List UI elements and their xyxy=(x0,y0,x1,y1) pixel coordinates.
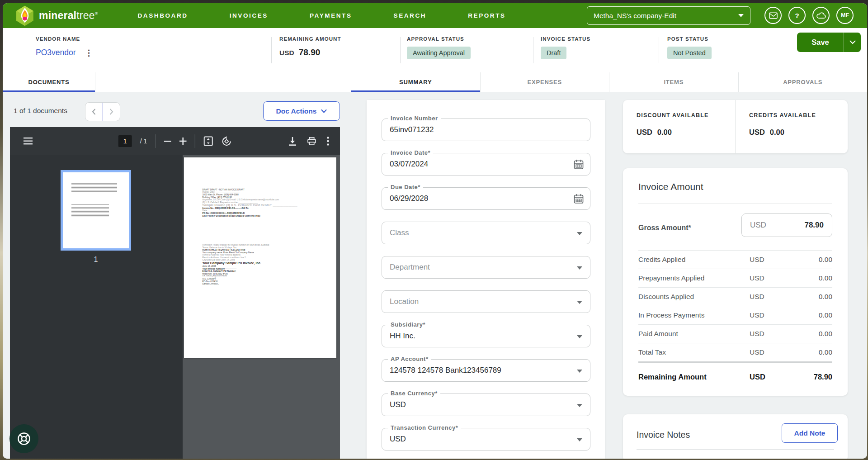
zoom-out-button[interactable] xyxy=(164,141,171,142)
invoice-date-field[interactable]: Invoice Date* 03/07/2024 xyxy=(382,153,590,175)
document-pager xyxy=(85,102,120,121)
question-icon: ? xyxy=(795,12,799,19)
mineraltree-hex-icon xyxy=(15,5,34,26)
nav-invoices[interactable]: INVOICES xyxy=(230,12,268,19)
detail-tabs: SUMMARY EXPENSES ITEMS APPROVALS xyxy=(351,72,867,92)
approval-status-block: APPROVAL STATUS Awaiting Approval xyxy=(407,36,471,59)
amount-row-credits-applied: Credits Applied USD 0.00 xyxy=(638,250,832,269)
support-widget-button[interactable] xyxy=(9,424,38,453)
printer-icon xyxy=(307,137,316,145)
chevron-down-icon xyxy=(321,109,327,113)
prev-document-button[interactable] xyxy=(85,103,103,121)
dropdown-caret-icon xyxy=(577,232,582,235)
save-button[interactable]: Save xyxy=(797,33,844,52)
tab-approvals[interactable]: APPROVALS xyxy=(738,72,868,92)
remaining-currency: USD xyxy=(279,49,294,57)
remaining-amount-currency: USD xyxy=(750,373,765,381)
nav-search[interactable]: SEARCH xyxy=(394,12,427,19)
amount-row-total-tax: Total Tax USD 0.00 xyxy=(638,343,832,361)
kebab-icon xyxy=(327,137,329,146)
nav-payments[interactable]: PAYMENTS xyxy=(310,12,352,19)
nav-icon-group: ? MF xyxy=(764,7,854,24)
tab-items[interactable]: ITEMS xyxy=(609,72,738,92)
dropdown-caret-icon xyxy=(577,404,582,407)
rotate-button[interactable] xyxy=(221,136,231,147)
field-label: Base Currency* xyxy=(388,390,440,397)
add-note-button[interactable]: Add Note xyxy=(782,423,838,443)
field-value: 06/29/2028 xyxy=(390,194,428,203)
invoice-header: VENDOR NAME PO3vendor ⋮ REMAINING AMOUNT… xyxy=(3,28,867,72)
location-select[interactable]: Location xyxy=(382,290,590,313)
due-date-field[interactable]: Due Date* 06/29/2028 xyxy=(382,187,590,210)
department-select[interactable]: Department xyxy=(382,256,590,279)
pdf-toolbar: 1 / 1 xyxy=(10,127,340,155)
field-value: HH Inc. xyxy=(390,332,415,341)
invoice-status-label: INVOICE STATUS xyxy=(541,36,590,42)
avatar-initials: MF xyxy=(841,12,849,19)
chevron-down-icon xyxy=(849,40,856,44)
next-document-button[interactable] xyxy=(103,103,120,121)
brand-wordmark: mineraltree® xyxy=(39,9,98,22)
summary-form-card: Invoice Number 65inv071232 Invoice Date*… xyxy=(367,100,605,459)
save-options-button[interactable] xyxy=(844,33,861,52)
messages-button[interactable] xyxy=(764,7,782,24)
doc-actions-button[interactable]: Doc Actions xyxy=(263,101,340,121)
amount-row-paid-amount: Paid Amount USD 0.00 xyxy=(638,324,832,343)
pdf-more-button[interactable] xyxy=(327,137,329,146)
fit-page-button[interactable] xyxy=(203,136,213,146)
invoice-notes-title: Invoice Notes xyxy=(637,430,690,440)
tab-bar: DOCUMENTS SUMMARY EXPENSES ITEMS APPROVA… xyxy=(3,72,867,92)
company-selector[interactable]: Metha_NS's company-Edit xyxy=(587,6,750,25)
transaction-currency-select[interactable]: Transaction Currency* USD xyxy=(382,428,590,451)
credits-currency: USD xyxy=(749,128,765,137)
calendar-icon[interactable] xyxy=(574,159,584,171)
approval-status-label: APPROVAL STATUS xyxy=(407,36,471,42)
cloud-icon xyxy=(816,12,826,19)
remaining-value: 78.90 xyxy=(299,47,321,57)
gross-amount-label: Gross Amount* xyxy=(638,224,691,232)
pdf-page-input[interactable]: 1 xyxy=(118,135,132,147)
invoice-doc-text-top: DRAFT DRAFT - NOT AN INVOICE DRAFTInvoic… xyxy=(202,189,330,217)
credits-available-label: CREDITS AVAILABLE xyxy=(749,112,848,119)
field-value: USD xyxy=(390,400,406,409)
tab-expenses[interactable]: EXPENSES xyxy=(480,72,609,92)
pdf-page-area[interactable]: DRAFT DRAFT - NOT AN INVOICE DRAFTInvoic… xyxy=(183,155,340,459)
header-divider xyxy=(271,37,272,63)
toolbar-separator xyxy=(194,134,195,148)
mineraltree-logo[interactable]: mineraltree® xyxy=(15,5,98,26)
nav-dashboard[interactable]: DASHBOARD xyxy=(138,12,188,19)
save-split-button: Save xyxy=(797,33,861,52)
field-label: Transaction Currency* xyxy=(388,424,461,431)
top-nav: mineraltree® DASHBOARD INVOICES PAYMENTS… xyxy=(3,3,867,28)
vendor-kebab-menu[interactable]: ⋮ xyxy=(85,49,93,57)
amount-row-prepayments-applied: Prepayments Applied USD 0.00 xyxy=(638,269,832,287)
gross-amount-input[interactable]: USD 78.90 xyxy=(741,213,832,237)
ap-account-select[interactable]: AP Account* 124578 124578 Bank123456789 xyxy=(382,359,590,382)
print-button[interactable] xyxy=(307,137,316,145)
pdf-center-controls: 1 / 1 xyxy=(118,134,232,148)
sync-button[interactable] xyxy=(812,7,830,24)
nav-reports[interactable]: REPORTS xyxy=(468,12,505,19)
vendor-name-link[interactable]: PO3vendor xyxy=(36,48,76,57)
post-status-badge: Not Posted xyxy=(667,47,712,59)
remaining-amount-label: Remaining Amount xyxy=(638,373,707,381)
discount-currency: USD xyxy=(637,128,652,137)
subsidiary-select[interactable]: Subsidiary* HH Inc. xyxy=(382,325,590,347)
remaining-amount-block: REMAINING AMOUNT USD 78.90 xyxy=(279,36,341,57)
approval-status-badge: Awaiting Approval xyxy=(407,47,471,59)
gross-currency: USD xyxy=(750,221,766,230)
thumbnail-text-lines xyxy=(71,204,109,218)
download-button[interactable] xyxy=(288,137,297,146)
class-select[interactable]: Class xyxy=(382,222,590,244)
base-currency-select[interactable]: Base Currency* USD xyxy=(382,394,590,416)
thumbnail-text-lines xyxy=(71,183,117,193)
zoom-in-button[interactable] xyxy=(179,138,186,145)
page-thumbnail[interactable] xyxy=(61,170,131,251)
tab-summary[interactable]: SUMMARY xyxy=(351,72,480,92)
invoice-number-field[interactable]: Invoice Number 65inv071232 xyxy=(382,119,590,141)
pdf-menu-button[interactable] xyxy=(24,138,33,145)
help-button[interactable]: ? xyxy=(788,7,806,24)
calendar-icon[interactable] xyxy=(574,194,584,206)
user-avatar[interactable]: MF xyxy=(836,7,854,24)
tab-documents[interactable]: DOCUMENTS xyxy=(3,72,95,92)
